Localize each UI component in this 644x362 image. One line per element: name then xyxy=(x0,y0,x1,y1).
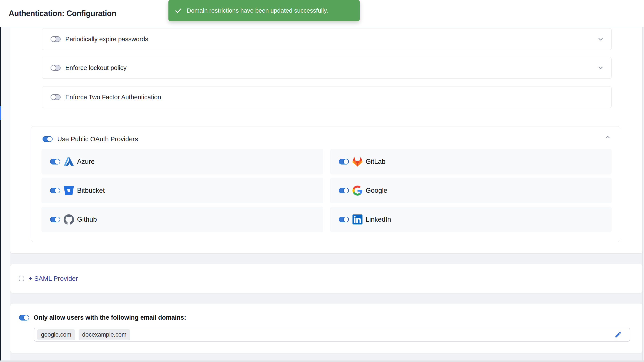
email-domains-toggle[interactable] xyxy=(19,315,29,320)
google-icon xyxy=(352,185,363,196)
setting-row-two-factor: Enforce Two Factor Authentication xyxy=(42,86,612,108)
setting-label: Enforce Two Factor Authentication xyxy=(65,94,161,101)
setting-row-lockout-policy: Enforce lockout policy xyxy=(42,57,612,79)
check-icon xyxy=(174,7,182,14)
window-bottom-edge xyxy=(0,360,644,362)
settings-panel: Periodically expire passwords Enforce lo… xyxy=(10,27,642,253)
active-section-marker xyxy=(0,106,1,120)
provider-tile-bitbucket: Bitbucket xyxy=(42,178,323,203)
two-factor-toggle[interactable] xyxy=(50,94,60,100)
left-gutter xyxy=(1,27,10,362)
provider-name: Bitbucket xyxy=(77,187,105,195)
toggle-knob xyxy=(50,36,56,42)
gitlab-toggle[interactable] xyxy=(339,159,349,164)
expire-passwords-toggle[interactable] xyxy=(50,36,60,42)
provider-tile-linkedin: LinkedIn xyxy=(330,207,612,232)
setting-label: Enforce lockout policy xyxy=(65,64,126,72)
success-toast: Domain restrictions have been updated su… xyxy=(168,0,360,21)
chevron-down-icon[interactable] xyxy=(597,64,604,71)
github-toggle[interactable] xyxy=(50,217,60,222)
azure-toggle[interactable] xyxy=(50,159,60,164)
toggle-knob xyxy=(343,217,349,222)
toggle-knob xyxy=(54,159,60,164)
provider-name: Github xyxy=(77,216,97,223)
toggle-knob xyxy=(47,136,52,142)
add-saml-provider-link[interactable]: + SAML Provider xyxy=(29,275,78,282)
toggle-knob xyxy=(50,65,56,71)
provider-name: LinkedIn xyxy=(366,216,391,223)
toggle-knob xyxy=(24,315,29,320)
oauth-section-header: Use Public OAuth Providers xyxy=(42,135,138,143)
oauth-providers-section: Use Public OAuth Providers Azure xyxy=(31,126,620,242)
provider-tile-github: Github xyxy=(42,207,323,232)
provider-tile-azure: Azure xyxy=(42,149,323,174)
chevron-up-icon[interactable] xyxy=(604,134,611,140)
toggle-knob xyxy=(54,217,60,222)
provider-tile-gitlab: GitLab xyxy=(330,149,612,174)
toggle-knob xyxy=(343,188,349,193)
provider-name: GitLab xyxy=(366,158,386,165)
saml-radio[interactable] xyxy=(19,276,24,281)
page-title: Authentication: Configuration xyxy=(9,9,116,18)
email-domains-input: google.com docexample.com xyxy=(34,328,630,341)
provider-name: Azure xyxy=(77,158,95,165)
linkedin-icon xyxy=(352,214,363,225)
saml-provider-section: + SAML Provider xyxy=(10,264,642,293)
google-toggle[interactable] xyxy=(339,188,349,193)
email-domains-section: Only allow users with the following emai… xyxy=(10,304,642,353)
edit-pencil-icon[interactable] xyxy=(614,331,622,338)
chevron-down-icon[interactable] xyxy=(597,36,604,43)
toggle-knob xyxy=(54,188,60,193)
toast-message: Domain restrictions have been updated su… xyxy=(187,7,328,14)
email-domains-header: Only allow users with the following emai… xyxy=(19,314,186,321)
use-public-oauth-toggle[interactable] xyxy=(42,136,52,142)
setting-row-expire-passwords: Periodically expire passwords xyxy=(42,28,612,50)
provider-name: Google xyxy=(366,187,388,195)
oauth-section-label: Use Public OAuth Providers xyxy=(57,135,138,143)
azure-icon xyxy=(64,156,74,167)
bitbucket-toggle[interactable] xyxy=(50,188,60,193)
toggle-knob xyxy=(50,94,56,100)
lockout-policy-toggle[interactable] xyxy=(50,65,60,71)
gitlab-icon xyxy=(352,156,363,167)
provider-grid: Azure G xyxy=(42,149,612,232)
toggle-knob xyxy=(343,159,349,164)
window-right-edge xyxy=(642,0,644,362)
setting-label: Periodically expire passwords xyxy=(65,36,148,43)
domain-tag: docexample.com xyxy=(78,329,130,340)
auth-configuration-screen: Authentication: Configuration Domain res… xyxy=(0,0,644,362)
linkedin-toggle[interactable] xyxy=(339,217,349,222)
email-domains-label: Only allow users with the following emai… xyxy=(34,314,186,321)
provider-tile-google: Google xyxy=(330,178,612,203)
domain-tag: google.com xyxy=(37,329,75,340)
bitbucket-icon xyxy=(64,185,74,196)
github-icon xyxy=(64,214,74,225)
